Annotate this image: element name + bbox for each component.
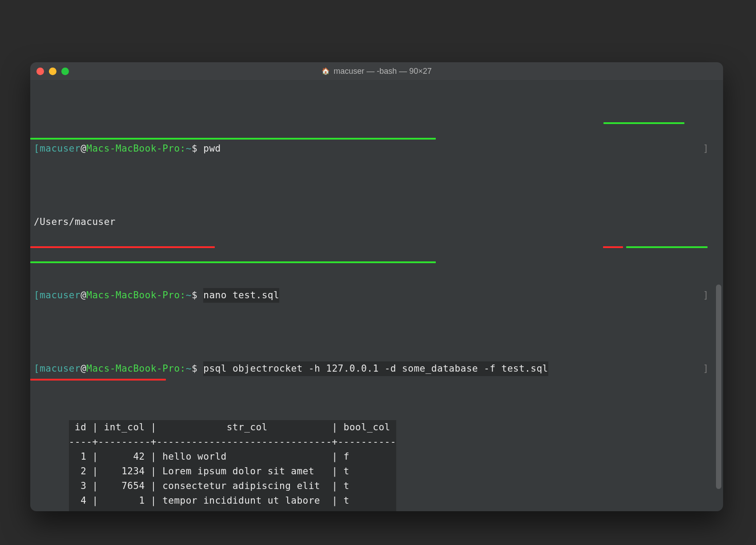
prompt-host: Macs-MacBook-Pro: xyxy=(86,141,185,156)
titlebar[interactable]: 🏠 macuser — -bash — 90×27 xyxy=(30,62,723,80)
annotation-underline xyxy=(30,379,166,381)
prompt-host: Macs-MacBook-Pro: xyxy=(86,361,185,376)
window-title: 🏠 macuser — -bash — 90×27 xyxy=(30,67,723,76)
annotation-underline xyxy=(626,246,708,248)
window-title-text: macuser — -bash — 90×27 xyxy=(334,67,432,76)
command-text: pwd xyxy=(197,141,221,156)
prompt-line: [macuser@Macs-MacBook-Pro:~$ pwd] xyxy=(34,141,720,156)
scrollbar-thumb[interactable] xyxy=(716,285,721,489)
prompt-sigil: $ xyxy=(192,288,197,303)
prompt-at: @ xyxy=(80,141,86,156)
command-text: psql objectrocket -h 127.0.0.1 -d some_d… xyxy=(197,361,548,376)
table-row: 3 | 7654 | consectetur adipiscing elit |… xyxy=(69,479,396,493)
prompt-at: @ xyxy=(80,361,86,376)
query-output-block: id | int_col | str_col | bool_col ----+-… xyxy=(69,420,396,511)
table-separator: ----+---------+-------------------------… xyxy=(69,435,396,449)
table-header: id | int_col | str_col | bool_col xyxy=(69,420,396,435)
bracket-right-icon: ] xyxy=(703,288,709,303)
prompt-at: @ xyxy=(80,288,86,303)
table-row: 5 | 99999 | Excepteur sint occaecat | f xyxy=(69,508,396,511)
table-row: 4 | 1 | tempor incididunt ut labore | t xyxy=(69,493,396,508)
bracket-icon: [ xyxy=(34,361,40,376)
cmd-nano: nano test.sql xyxy=(203,288,279,303)
cmd-pwd: pwd xyxy=(203,143,221,154)
home-icon: 🏠 xyxy=(322,67,330,75)
terminal-window: 🏠 macuser — -bash — 90×27 [macuser@Macs-… xyxy=(30,62,723,511)
command-text: nano test.sql xyxy=(197,288,279,303)
bracket-icon: [ xyxy=(34,141,40,156)
terminal-body[interactable]: [macuser@Macs-MacBook-Pro:~$ pwd] /Users… xyxy=(30,80,723,511)
bracket-icon: [ xyxy=(34,288,40,303)
cmd-psql-f: psql objectrocket -h 127.0.0.1 -d some_d… xyxy=(203,361,548,376)
prompt-host: Macs-MacBook-Pro: xyxy=(86,288,185,303)
prompt-user: macuser xyxy=(40,361,80,376)
annotation-underline xyxy=(30,246,215,248)
prompt-sigil: $ xyxy=(192,141,197,156)
table-row: 2 | 1234 | Lorem ipsum dolor sit amet | … xyxy=(69,464,396,479)
annotation-underline xyxy=(603,246,623,248)
bracket-right-icon: ] xyxy=(703,361,709,376)
prompt-path: ~ xyxy=(186,361,192,376)
table-row: 1 | 42 | hello world | f xyxy=(69,449,396,464)
prompt-line: [macuser@Macs-MacBook-Pro:~$ nano test.s… xyxy=(34,288,720,303)
prompt-path: ~ xyxy=(186,288,192,303)
prompt-user: macuser xyxy=(40,141,80,156)
bracket-right-icon: ] xyxy=(703,141,709,156)
prompt-line: [macuser@Macs-MacBook-Pro:~$ psql object… xyxy=(34,361,720,376)
prompt-path: ~ xyxy=(186,141,192,156)
annotation-underline xyxy=(603,122,684,124)
prompt-user: macuser xyxy=(40,288,80,303)
prompt-sigil: $ xyxy=(192,361,197,376)
annotation-underline xyxy=(30,261,436,263)
output-line: /Users/macuser xyxy=(34,215,720,229)
annotation-underline xyxy=(30,138,436,140)
